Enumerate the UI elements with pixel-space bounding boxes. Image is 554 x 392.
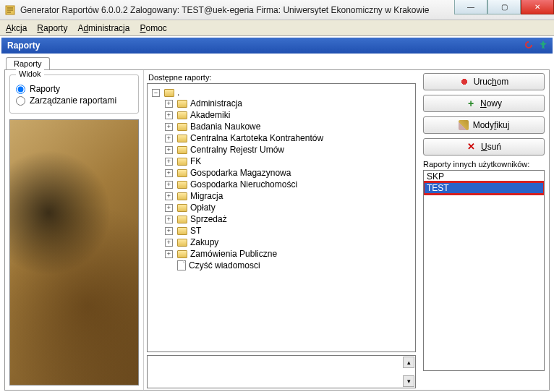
folder-icon [177, 111, 187, 119]
expand-icon[interactable]: + [165, 146, 173, 154]
tree-folder[interactable]: +Badania Naukowe [165, 122, 412, 132]
tree-folder[interactable]: +Centralny Rejestr Umów [165, 145, 412, 155]
tree-folder-label: Administracja [190, 98, 242, 108]
page-icon [177, 260, 186, 270]
tab-raporty[interactable]: Raporty [6, 57, 50, 69]
middle-column: Dostępne raporty: − . +Administracja+Aka… [144, 70, 419, 390]
description-box[interactable]: ▴ ▾ [147, 355, 416, 388]
folder-icon [177, 250, 187, 258]
tree-root[interactable]: − . [152, 88, 412, 98]
tree-folder[interactable]: +Akademiki [165, 110, 412, 120]
tree-folder-label: Gospodarka Nieruchomości [190, 179, 297, 189]
tree-folder-label: Opłaty [190, 203, 216, 213]
menu-bar: Akcja Raporty Administracja Pomoc [0, 20, 554, 36]
menu-pomoc[interactable]: Pomoc [140, 23, 166, 33]
tree-folder[interactable]: +Zakupy [165, 237, 412, 247]
no-expand-icon [165, 262, 173, 270]
folder-icon [177, 204, 187, 212]
folder-icon [177, 123, 187, 131]
tree-folder[interactable]: +Opłaty [165, 203, 412, 213]
folder-icon [177, 227, 187, 235]
refresh-icon[interactable] [524, 40, 534, 50]
app-icon [4, 4, 16, 16]
expand-icon[interactable]: + [165, 204, 173, 212]
tree-folder[interactable]: +Sprzedaż [165, 214, 412, 224]
folder-icon [177, 135, 187, 142]
tree-folder-label: Centralna Kartoteka Kontrahentów [190, 133, 323, 143]
expand-icon[interactable]: + [165, 192, 173, 200]
scroll-up-button[interactable]: ▴ [403, 357, 414, 368]
expand-icon[interactable]: + [165, 100, 173, 108]
run-icon [459, 77, 469, 87]
close-button[interactable]: ✕ [521, 0, 554, 14]
menu-raporty[interactable]: Raporty [37, 23, 67, 33]
right-column: Uruchom + Nowy Modyfikuj ✕ Usuń Raporty … [419, 70, 549, 390]
minimize-button[interactable]: — [454, 0, 487, 14]
report-tree[interactable]: − . +Administracja+Akademiki+Badania Nau… [147, 83, 416, 352]
expand-icon[interactable]: + [165, 227, 173, 235]
run-button[interactable]: Uruchom [423, 73, 545, 90]
radio-reports-label: Raporty [30, 84, 60, 94]
folder-icon [177, 216, 187, 223]
window-titlebar: Generator Raportów 6.0.0.2 Zalogowany: T… [0, 0, 554, 20]
expand-icon[interactable]: + [165, 216, 173, 223]
section-header: Raporty [1, 38, 553, 54]
folder-icon [177, 158, 187, 166]
tree-folder-label: Zamówienia Publiczne [190, 249, 277, 259]
folder-icon [164, 89, 174, 97]
modify-button[interactable]: Modyfikuj [423, 116, 545, 134]
menu-akcja[interactable]: Akcja [6, 23, 27, 33]
tree-folder[interactable]: +ST [165, 226, 412, 236]
decorative-image [9, 119, 139, 385]
expand-icon[interactable]: + [165, 181, 173, 189]
tab-strip: Raporty [6, 55, 553, 69]
tree-folder[interactable]: +Gospodarka Magazynowa [165, 168, 412, 178]
expand-icon[interactable]: + [165, 250, 173, 258]
tree-folder-label: Migracja [190, 191, 223, 201]
tree-folder[interactable]: +Gospodarka Nieruchomości [165, 179, 412, 189]
tree-folder-label: Sprzedaż [190, 214, 227, 224]
window-buttons: — ▢ ✕ [454, 0, 554, 14]
expand-icon[interactable]: + [165, 239, 173, 247]
radio-reports-input[interactable] [16, 85, 25, 94]
radio-manage-label: Zarządzanie raportami [30, 95, 116, 106]
menu-administracja[interactable]: Administracja [77, 23, 129, 33]
pin-icon[interactable] [538, 40, 548, 50]
tree-folder[interactable]: +Migracja [165, 191, 412, 201]
radio-reports[interactable]: Raporty [16, 84, 132, 94]
delete-button[interactable]: ✕ Usuń [423, 138, 545, 155]
window-title: Generator Raportów 6.0.0.2 Zalogowany: T… [20, 5, 430, 15]
left-column: Widok Raporty Zarządzanie raportami [5, 70, 144, 390]
tree-folder[interactable]: +Zamówienia Publiczne [165, 249, 412, 259]
folder-icon [177, 181, 187, 189]
tree-folder[interactable]: +FK [165, 156, 412, 166]
expand-icon[interactable]: + [165, 158, 173, 166]
tree-folder-label: FK [190, 156, 201, 166]
tree-folder[interactable]: +Centralna Kartoteka Kontrahentów [165, 133, 412, 143]
x-icon: ✕ [466, 142, 477, 152]
tree-folder-label: Centralny Rejestr Umów [190, 145, 284, 155]
tree-folder-label: Badania Naukowe [190, 122, 260, 132]
expand-icon[interactable]: + [165, 169, 173, 177]
section-title: Raporty [7, 41, 40, 51]
scroll-down-button[interactable]: ▾ [403, 375, 414, 387]
list-item[interactable]: SKP [424, 171, 544, 182]
expand-icon[interactable]: + [165, 123, 173, 131]
radio-manage[interactable]: Zarządzanie raportami [16, 95, 132, 106]
view-legend: Widok [16, 69, 44, 78]
list-item[interactable]: TEST [424, 182, 544, 194]
tree-root-label: . [177, 88, 179, 98]
collapse-icon[interactable]: − [152, 89, 160, 97]
expand-icon[interactable]: + [165, 111, 173, 119]
radio-manage-input[interactable] [16, 96, 25, 106]
new-button[interactable]: + Nowy [423, 95, 545, 112]
plus-icon: + [466, 98, 476, 108]
other-users-list[interactable]: SKPTEST [423, 170, 545, 371]
tree-folder[interactable]: +Administracja [165, 98, 412, 108]
expand-icon[interactable]: + [165, 135, 173, 142]
tree-leaf[interactable]: Czyść wiadomosci [165, 260, 412, 270]
tree-folder-label: Zakupy [190, 237, 218, 247]
maximize-button[interactable]: ▢ [487, 0, 521, 14]
folder-icon [177, 239, 187, 247]
tree-folder-label: Gospodarka Magazynowa [190, 168, 291, 178]
